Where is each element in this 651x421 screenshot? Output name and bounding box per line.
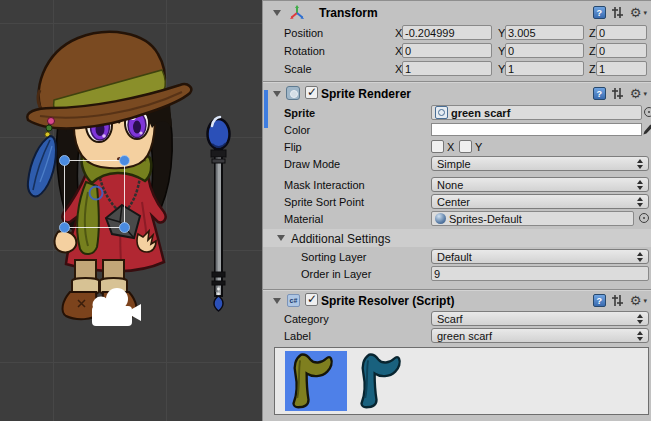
material-sphere-icon: [435, 213, 446, 224]
context-menu-arrow-icon[interactable]: ▾: [643, 9, 647, 17]
presets-icon[interactable]: [611, 6, 625, 19]
gear-icon[interactable]: ⚙: [630, 6, 642, 19]
mask-interaction-dropdown[interactable]: None: [431, 177, 649, 192]
sprite-object-field[interactable]: green scarf: [431, 105, 642, 120]
flip-x-checkbox[interactable]: [431, 140, 444, 153]
position-y-field[interactable]: [505, 25, 584, 40]
sprite-renderer-enabled-checkbox[interactable]: [305, 86, 318, 99]
additional-settings-label: Additional Settings: [291, 232, 390, 246]
sorting-layer-dropdown[interactable]: Default: [431, 249, 649, 264]
context-menu-arrow-icon[interactable]: ▾: [643, 90, 647, 98]
context-menu-arrow-icon[interactable]: ▾: [643, 297, 647, 305]
order-in-layer-label: Order in Layer: [301, 268, 371, 280]
mask-interaction-label: Mask Interaction: [284, 179, 365, 191]
rotation-z-field[interactable]: [596, 43, 647, 58]
sprite-renderer-header: Sprite Renderer ? ⚙▾: [263, 85, 651, 103]
scale-z-field[interactable]: [596, 61, 647, 76]
selection-handle[interactable]: [60, 223, 70, 233]
sprite-thumbnail-blue-scarf[interactable]: [353, 351, 415, 411]
dropdown-arrows-icon: [637, 331, 643, 341]
material-object-picker-icon[interactable]: [639, 213, 649, 223]
draw-mode-dropdown[interactable]: Simple: [431, 156, 649, 171]
sprite-icon: [435, 106, 448, 119]
sprite-label: Sprite: [284, 107, 315, 119]
sprite-resolver-enabled-checkbox[interactable]: [305, 293, 318, 306]
additional-settings-foldout[interactable]: [277, 235, 285, 241]
help-icon[interactable]: ?: [593, 87, 606, 100]
position-x-field[interactable]: [402, 25, 492, 40]
flip-label: Flip: [284, 141, 302, 153]
dropdown-arrows-icon: [637, 314, 643, 324]
transform-header: Transform ? ⚙▾: [263, 4, 651, 22]
color-swatch[interactable]: [431, 123, 642, 136]
position-z-field[interactable]: [596, 25, 647, 40]
feather: [28, 136, 56, 196]
sprite-thumbnail-green-scarf[interactable]: [285, 351, 347, 411]
sprite-resolver-foldout[interactable]: [273, 298, 281, 304]
dropdown-arrows-icon: [637, 159, 643, 169]
csharp-script-icon: c#: [287, 294, 300, 307]
rotation-y-field[interactable]: [505, 43, 584, 58]
sprite-renderer-title: Sprite Renderer: [321, 87, 411, 101]
presets-icon[interactable]: [611, 87, 625, 100]
sprite-object-value: green scarf: [451, 107, 510, 119]
eyedropper-icon[interactable]: [643, 121, 651, 136]
selection-handle[interactable]: [120, 223, 130, 233]
draw-mode-label: Draw Mode: [284, 158, 340, 170]
help-icon[interactable]: ?: [593, 6, 606, 19]
gear-icon[interactable]: ⚙: [630, 294, 642, 307]
transform-icon: [289, 5, 305, 21]
material-object-field[interactable]: Sprites-Default: [431, 211, 634, 226]
rotation-x-field[interactable]: [402, 43, 492, 58]
sprite-renderer-foldout[interactable]: [273, 91, 281, 97]
additional-settings-row: Additional Settings: [263, 229, 651, 247]
component-separator: [263, 81, 651, 82]
inspector-panel: Transform ? ⚙▾ Position X Y Z Rotation X…: [262, 0, 651, 421]
sprite-sort-point-dropdown[interactable]: Center: [431, 194, 649, 209]
sorting-layer-label: Sorting Layer: [301, 251, 366, 263]
dropdown-arrows-icon: [637, 180, 643, 190]
staff-sprite[interactable]: [208, 117, 230, 311]
gear-icon[interactable]: ⚙: [630, 87, 642, 100]
label-label: Label: [284, 330, 311, 342]
flip-y-checkbox[interactable]: [459, 140, 472, 153]
transform-foldout[interactable]: [273, 10, 281, 16]
component-separator: [263, 289, 651, 290]
help-icon[interactable]: ?: [593, 294, 606, 307]
dropdown-arrows-icon: [637, 197, 643, 207]
sprite-variant-strip: [274, 347, 649, 415]
sprite-resolver-header: c# Sprite Resolver (Script) ? ⚙▾: [263, 292, 651, 310]
selection-handle[interactable]: [60, 156, 70, 166]
scale-y-field[interactable]: [505, 61, 584, 76]
unity-editor-window: Transform ? ⚙▾ Position X Y Z Rotation X…: [0, 0, 651, 421]
scene-canvas[interactable]: [0, 0, 262, 421]
category-dropdown[interactable]: Scarf: [431, 311, 649, 326]
scale-x-field[interactable]: [402, 61, 492, 76]
sprite-renderer-icon: [286, 86, 300, 100]
category-label: Category: [284, 313, 329, 325]
hand-left: [55, 231, 77, 252]
presets-icon[interactable]: [611, 294, 625, 307]
label-dropdown[interactable]: green scarf: [431, 328, 649, 343]
sprite-resolver-title: Sprite Resolver (Script): [321, 294, 454, 308]
selection-handle[interactable]: [120, 156, 130, 166]
material-object-value: Sprites-Default: [449, 213, 522, 225]
transform-title: Transform: [319, 6, 378, 20]
order-in-layer-field[interactable]: [431, 266, 649, 281]
sprite-sort-point-label: Sprite Sort Point: [284, 196, 364, 208]
scene-view[interactable]: [0, 0, 262, 421]
dropdown-arrows-icon: [637, 252, 643, 262]
material-label: Material: [284, 213, 323, 225]
sprite-object-picker-icon[interactable]: [644, 107, 651, 117]
color-label: Color: [284, 124, 310, 136]
